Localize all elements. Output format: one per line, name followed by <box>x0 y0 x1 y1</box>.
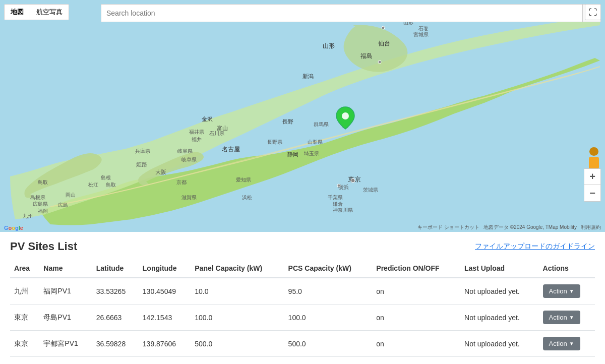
cell-panel-capacity-1: 100.0 <box>191 305 284 331</box>
col-area: Area <box>10 259 39 278</box>
svg-text:愛知県: 愛知県 <box>236 177 251 183</box>
svg-text:茨城県: 茨城県 <box>363 187 378 193</box>
svg-text:京都: 京都 <box>176 179 187 185</box>
col-latitude: Latitude <box>92 259 139 278</box>
fullscreen-button[interactable] <box>585 4 601 20</box>
table-body: 九州 福岡PV1 33.53265 130.45049 10.0 95.0 on… <box>10 278 595 357</box>
svg-text:埼玉県: 埼玉県 <box>304 151 319 156</box>
map-type-aerial-btn[interactable]: 航空写真 <box>30 5 69 20</box>
keyboard-shortcut-text: キーボード ショートカット <box>417 224 479 231</box>
cell-area-2: 東京 <box>10 331 39 357</box>
svg-text:福井県: 福井県 <box>189 129 204 135</box>
svg-text:石川県: 石川県 <box>209 131 224 136</box>
col-last-upload: Last Upload <box>460 259 539 278</box>
table-row: 東京 宇都宮PV1 36.59828 139.87606 500.0 500.0… <box>10 331 595 357</box>
svg-text:群馬県: 群馬県 <box>314 122 329 127</box>
col-panel-capacity: Panel Capacity (kW) <box>191 259 284 278</box>
cell-latitude-1: 26.6663 <box>92 305 139 331</box>
map-container: 東京 横浜 仙台 山形 福島 新潟 富山 金沢 長野 名古屋 静岡 山梨県 大阪… <box>0 0 605 232</box>
svg-text:鎌倉: 鎌倉 <box>333 201 343 207</box>
cell-latitude-2: 36.59828 <box>92 331 139 357</box>
cell-panel-capacity-0: 10.0 <box>191 278 284 305</box>
svg-text:島根: 島根 <box>101 175 111 180</box>
svg-text:岐阜県: 岐阜県 <box>182 157 197 162</box>
cell-actions-0: Action ▼ <box>539 278 595 305</box>
svg-text:鳥取: 鳥取 <box>37 179 48 185</box>
zoom-out-button[interactable]: − <box>584 185 600 201</box>
svg-text:山梨県: 山梨県 <box>308 139 323 145</box>
pv-sites-table: Area Name Latitude Longitude Panel Capac… <box>10 259 595 357</box>
svg-text:島根県: 島根県 <box>30 195 45 200</box>
cell-longitude-0: 130.45049 <box>139 278 191 305</box>
svg-point-45 <box>351 178 355 183</box>
table-title: PV Sites List <box>10 240 77 253</box>
upload-guide-link[interactable]: ファイルアップロードのガイドライン <box>475 242 595 251</box>
svg-text:石巻: 石巻 <box>418 26 429 31</box>
cell-prediction-0: on <box>372 278 460 305</box>
cell-name-2: 宇都宮PV1 <box>39 331 92 357</box>
google-logo: Google <box>4 225 23 231</box>
svg-text:新潟: 新潟 <box>302 73 314 79</box>
col-longitude: Longitude <box>139 259 191 278</box>
map-attribution: キーボード ショートカット 地図データ ©2024 Google, TMap M… <box>417 224 601 231</box>
cell-name-0: 福岡PV1 <box>39 278 92 305</box>
search-input[interactable] <box>101 4 583 22</box>
svg-text:松江: 松江 <box>88 182 98 188</box>
column-header-row: Area Name Latitude Longitude Panel Capac… <box>10 259 595 278</box>
svg-text:姫路: 姫路 <box>136 161 147 167</box>
svg-point-50 <box>342 112 349 119</box>
svg-point-48 <box>337 184 340 187</box>
cell-prediction-2: on <box>372 331 460 357</box>
svg-text:千葉県: 千葉県 <box>328 195 343 200</box>
cell-prediction-1: on <box>372 305 460 331</box>
action-caret-2: ▼ <box>569 341 574 346</box>
cell-last-upload-1: Not uploaded yet. <box>460 305 539 331</box>
cell-pcs-capacity-0: 95.0 <box>284 278 373 305</box>
svg-text:広島県: 広島県 <box>33 201 48 207</box>
cell-area-1: 東京 <box>10 305 39 331</box>
svg-text:福島: 福島 <box>360 52 373 59</box>
cell-latitude-0: 33.53265 <box>92 278 139 305</box>
svg-text:滋賀県: 滋賀県 <box>182 195 197 200</box>
zoom-controls: + − <box>584 168 601 202</box>
cell-panel-capacity-2: 500.0 <box>191 331 284 357</box>
col-name: Name <box>39 259 92 278</box>
cell-pcs-capacity-1: 100.0 <box>284 305 373 331</box>
cell-longitude-2: 139.87606 <box>139 331 191 357</box>
action-button-2[interactable]: Action ▼ <box>543 337 580 350</box>
cell-actions-1: Action ▼ <box>539 305 595 331</box>
col-prediction: Prediction ON/OFF <box>372 259 460 278</box>
action-button-0[interactable]: Action ▼ <box>543 284 580 298</box>
svg-text:神奈川県: 神奈川県 <box>333 207 353 213</box>
action-button-1[interactable]: Action ▼ <box>543 311 580 324</box>
svg-text:山形: 山形 <box>323 42 335 49</box>
svg-text:鳥取: 鳥取 <box>105 182 116 188</box>
svg-text:九州: 九州 <box>23 213 33 219</box>
svg-text:金沢: 金沢 <box>202 116 213 122</box>
cell-last-upload-2: Not uploaded yet. <box>460 331 539 357</box>
zoom-in-button[interactable]: + <box>584 169 600 185</box>
svg-text:岐阜県: 岐阜県 <box>177 148 193 154</box>
copyright-text: 地図データ ©2024 Google, TMap Mobility <box>483 224 577 231</box>
table-header: Area Name Latitude Longitude Panel Capac… <box>10 259 595 278</box>
svg-text:大阪: 大阪 <box>155 169 166 175</box>
table-row: 東京 母島PV1 26.6663 142.1543 100.0 100.0 on… <box>10 305 595 331</box>
action-caret-1: ▼ <box>569 315 574 320</box>
svg-text:広島: 広島 <box>58 202 68 208</box>
col-actions: Actions <box>539 259 595 278</box>
fullscreen-icon <box>588 8 597 17</box>
cell-last-upload-0: Not uploaded yet. <box>460 278 539 305</box>
pegman-button[interactable] <box>587 147 601 171</box>
svg-text:福井: 福井 <box>192 137 202 142</box>
table-row: 九州 福岡PV1 33.53265 130.45049 10.0 95.0 on… <box>10 278 595 305</box>
pv-sites-section: PV Sites List ファイルアップロードのガイドライン Area Nam… <box>0 232 605 364</box>
svg-point-46 <box>382 26 385 29</box>
map-type-buttons: 地図 航空写真 <box>4 4 69 20</box>
svg-text:浜松: 浜松 <box>242 195 252 200</box>
table-header-row: PV Sites List ファイルアップロードのガイドライン <box>10 240 595 253</box>
svg-text:岡山: 岡山 <box>66 192 76 198</box>
search-bar <box>101 4 601 22</box>
svg-text:長野県: 長野県 <box>267 139 282 145</box>
map-type-map-btn[interactable]: 地図 <box>5 5 30 20</box>
cell-name-1: 母島PV1 <box>39 305 92 331</box>
